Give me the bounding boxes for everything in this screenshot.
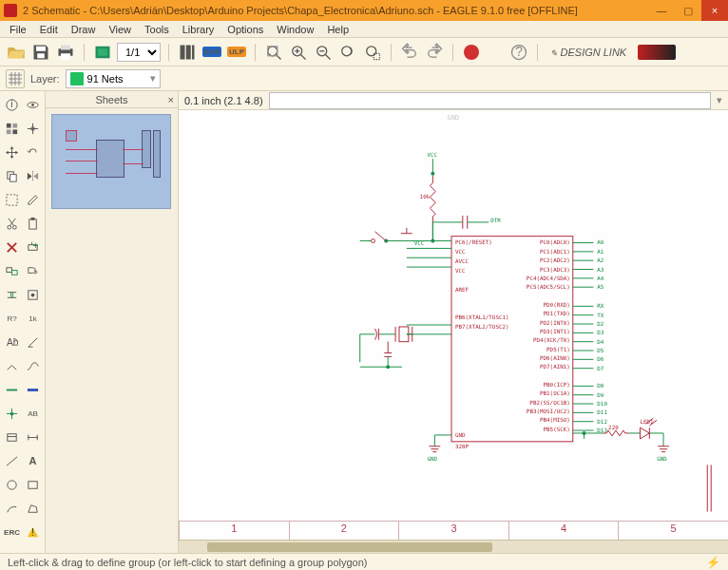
svg-point-124 — [372, 239, 375, 243]
miter-tool[interactable] — [23, 331, 43, 353]
menu-draw[interactable]: Draw — [66, 23, 102, 36]
group-tool[interactable] — [2, 188, 22, 211]
print-button[interactable] — [55, 42, 76, 63]
smash-tool[interactable]: Ab — [2, 331, 22, 353]
command-input[interactable] — [269, 92, 711, 109]
delete-tool[interactable] — [2, 236, 22, 258]
junction-tool[interactable] — [2, 402, 22, 425]
stop-button[interactable] — [461, 42, 482, 63]
svg-text:PC0(ADC0): PC0(ADC0) — [540, 239, 570, 245]
menu-help[interactable]: Help — [321, 23, 354, 36]
zoom-combo[interactable]: 1/1 — [117, 43, 161, 62]
paste-tool[interactable] — [23, 212, 43, 235]
title-bar: 2 Schematic - C:\Users\Adrián\Desktop\Ar… — [0, 0, 728, 21]
save-button[interactable] — [30, 42, 51, 63]
svg-text:PD7(AIN1): PD7(AIN1) — [540, 364, 570, 370]
sheets-close-icon[interactable]: × — [168, 94, 174, 105]
open-button[interactable] — [6, 42, 27, 63]
svg-text:DTR: DTR — [490, 218, 501, 223]
name-tool[interactable]: R? — [2, 307, 22, 330]
add-part-tool[interactable]: + — [23, 236, 43, 258]
ltspice-button[interactable] — [635, 42, 679, 63]
svg-text:D13: D13 — [597, 428, 607, 433]
scr-button[interactable]: SCR — [201, 42, 222, 63]
copy-tool[interactable] — [2, 164, 22, 187]
replace-tool[interactable] — [2, 259, 22, 282]
erc-tool[interactable]: ERC — [2, 521, 22, 543]
net-tool[interactable] — [2, 378, 22, 401]
board-switch-button[interactable] — [92, 42, 113, 63]
info-tool[interactable]: i — [2, 93, 22, 116]
layer-swatch — [70, 72, 84, 86]
mark-tool[interactable] — [23, 117, 43, 140]
svg-text:PB6(XTAL1/TOSC1): PB6(XTAL1/TOSC1) — [455, 314, 509, 320]
invoke-tool[interactable] — [23, 283, 43, 306]
grid-button[interactable] — [6, 69, 25, 88]
svg-text:A3: A3 — [597, 267, 604, 273]
svg-line-70 — [7, 456, 17, 465]
help-button[interactable]: ? — [508, 42, 529, 63]
close-button[interactable]: × — [701, 0, 728, 21]
mirror-tool[interactable] — [23, 164, 43, 187]
value-tool[interactable]: 1k — [23, 307, 43, 330]
zoom-select-button[interactable] — [362, 42, 383, 63]
arc-tool[interactable] — [2, 497, 22, 520]
optimize-tool[interactable] — [23, 354, 43, 377]
ruler-seg: 5 — [618, 522, 728, 540]
ruler-seg: 4 — [508, 522, 619, 540]
zoom-fit-button[interactable] — [263, 42, 284, 63]
redo-button[interactable] — [424, 42, 445, 63]
pinswap-tool[interactable] — [2, 283, 22, 306]
split-tool[interactable] — [2, 354, 22, 377]
zoom-redraw-button[interactable] — [337, 42, 358, 63]
ulp-button[interactable]: ULP — [226, 42, 247, 63]
svg-text:D3: D3 — [597, 330, 604, 335]
ruler-seg: 3 — [398, 522, 508, 540]
zoom-out-button[interactable] — [313, 42, 334, 63]
bus-tool[interactable] — [23, 378, 43, 401]
schematic-canvas[interactable]: GND GND 328P PC6(/RESET)VCCAVCCVCCAREFPB… — [179, 110, 728, 540]
wire-tool[interactable] — [2, 449, 22, 472]
circle-tool[interactable] — [2, 473, 22, 496]
errors-tool[interactable]: ! — [23, 521, 43, 543]
sheet-thumbnail[interactable] — [51, 114, 171, 209]
label-tool[interactable]: AB — [23, 402, 43, 425]
polygon-tool[interactable] — [23, 497, 43, 520]
gateswap-tool[interactable] — [23, 259, 43, 282]
text-tool[interactable]: A — [23, 449, 43, 472]
minimize-button[interactable]: — — [648, 0, 675, 21]
menu-options[interactable]: Options — [221, 23, 269, 36]
menu-window[interactable]: Window — [271, 23, 319, 36]
svg-text:PD1(TXD): PD1(TXD) — [544, 311, 570, 316]
cut-tool[interactable] — [2, 212, 22, 235]
svg-rect-72 — [29, 481, 37, 488]
layer-select[interactable]: 91 Nets ▾ — [66, 69, 161, 88]
layer-label: Layer: — [30, 73, 60, 85]
rotate-tool[interactable] — [23, 141, 43, 163]
svg-text:PB0(ICP): PB0(ICP) — [544, 382, 570, 388]
display-tool[interactable] — [2, 117, 22, 140]
undo-button[interactable] — [399, 42, 420, 63]
sheets-panel: Sheets × — [46, 91, 179, 553]
menu-edit[interactable]: Edit — [34, 23, 64, 36]
show-tool[interactable] — [23, 93, 43, 116]
attribute-tool[interactable] — [2, 426, 22, 448]
separator — [391, 44, 392, 61]
menu-library[interactable]: Library — [177, 23, 220, 36]
maximize-button[interactable]: ▢ — [675, 0, 701, 21]
menu-tools[interactable]: Tools — [139, 23, 175, 36]
window-title: 2 Schematic - C:\Users\Adrián\Desktop\Ar… — [23, 5, 578, 16]
design-link-button[interactable]: ✎ DESIGN LINK — [546, 42, 631, 63]
rect-tool[interactable] — [23, 473, 43, 496]
library-mgr-button[interactable] — [177, 42, 198, 63]
svg-point-43 — [12, 225, 16, 229]
move-tool[interactable] — [2, 141, 22, 163]
zoom-in-button[interactable] — [288, 42, 309, 63]
menu-view[interactable]: View — [103, 23, 137, 36]
horizontal-scrollbar[interactable] — [179, 540, 728, 553]
change-tool[interactable] — [23, 188, 43, 211]
svg-text:PB3(MOSI/OC2): PB3(MOSI/OC2) — [527, 408, 570, 414]
dimension-tool[interactable] — [23, 426, 43, 448]
scroll-thumb[interactable] — [207, 542, 492, 552]
menu-file[interactable]: File — [4, 23, 32, 36]
